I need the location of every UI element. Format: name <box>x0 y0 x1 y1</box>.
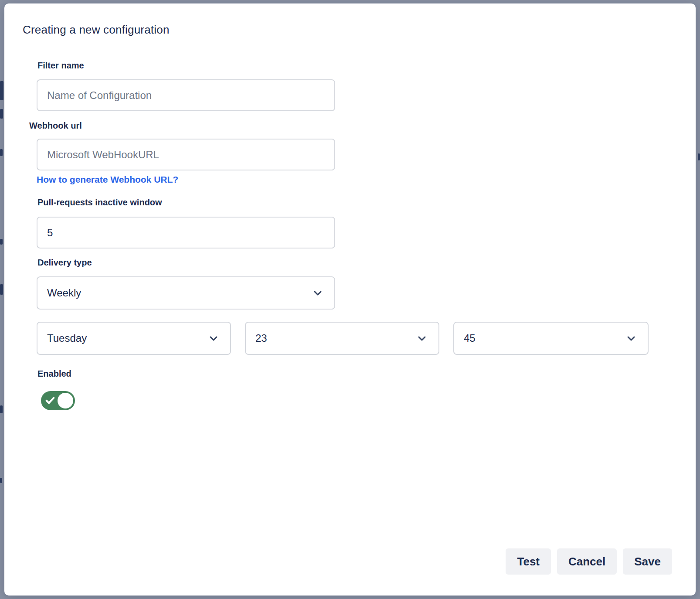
filter-name-input[interactable] <box>37 79 335 111</box>
cancel-button[interactable]: Cancel <box>557 548 617 575</box>
webhook-url-label: Webhook url <box>29 121 82 131</box>
dialog-title: Creating a new configuration <box>23 23 170 37</box>
background-page-fragment <box>0 284 3 295</box>
background-page-fragment <box>0 109 3 119</box>
schedule-hour-value: 23 <box>255 332 267 344</box>
schedule-minute-select[interactable]: 45 <box>453 322 649 355</box>
chevron-down-icon <box>313 288 323 298</box>
webhook-help-link[interactable]: How to generate Webhook URL? <box>37 174 178 185</box>
background-page-fragment <box>698 153 700 160</box>
chevron-down-icon <box>208 333 219 344</box>
filter-name-label: Filter name <box>37 61 84 71</box>
schedule-day-select[interactable]: Tuesday <box>37 322 231 355</box>
chevron-down-icon <box>626 333 636 344</box>
background-page-fragment <box>0 149 3 156</box>
inactive-window-label: Pull-requests inactive window <box>37 197 162 208</box>
inactive-window-input[interactable] <box>37 217 335 248</box>
toggle-knob <box>58 393 73 408</box>
chevron-down-icon <box>417 333 427 344</box>
delivery-type-select[interactable]: Weekly <box>37 276 335 310</box>
webhook-url-input[interactable] <box>37 139 335 170</box>
schedule-day-value: Tuesday <box>47 332 87 344</box>
background-page-fragment <box>0 81 3 100</box>
check-icon <box>45 396 55 405</box>
enabled-toggle[interactable] <box>41 391 75 410</box>
background-page-fragment <box>0 405 3 413</box>
enabled-label: Enabled <box>37 369 71 379</box>
create-configuration-dialog: Creating a new configuration Filter name… <box>4 3 696 596</box>
background-page-fragment <box>0 478 2 483</box>
delivery-type-value: Weekly <box>47 287 81 299</box>
delivery-type-label: Delivery type <box>37 258 92 268</box>
schedule-minute-value: 45 <box>464 332 476 344</box>
schedule-hour-select[interactable]: 23 <box>245 322 439 355</box>
test-button[interactable]: Test <box>506 548 551 575</box>
dialog-actions: Test Cancel Save <box>506 548 672 575</box>
save-button[interactable]: Save <box>623 548 672 575</box>
background-page-fragment <box>0 239 3 245</box>
